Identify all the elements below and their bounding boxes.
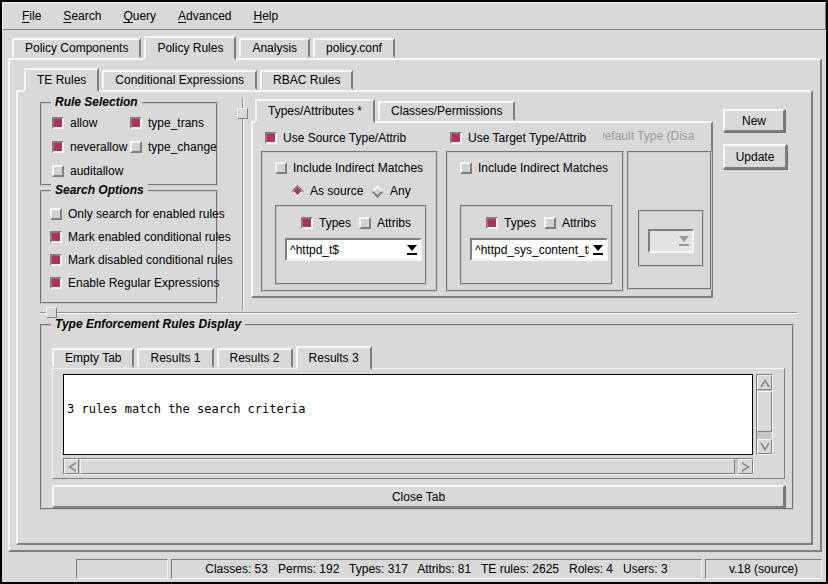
tab-types-attributes[interactable]: Types/Attributes *: [255, 99, 375, 123]
dropdown-arrow-icon: [675, 231, 692, 251]
tab-classes-permissions[interactable]: Classes/Permissions: [378, 101, 515, 121]
checkbox-indicator: [52, 165, 64, 177]
checkbox-indicator: [50, 208, 62, 220]
checkbox-label: Mark enabled conditional rules: [68, 230, 231, 244]
checkbox-indicator: [50, 277, 62, 289]
checkbox-enabled-only[interactable]: Only search for enabled rules: [50, 207, 225, 221]
tab-rbac-rules[interactable]: RBAC Rules: [260, 70, 353, 90]
checkbox-type-change[interactable]: type_change: [130, 140, 217, 154]
checkbox-source-attribs[interactable]: Attribs: [359, 216, 411, 230]
radio-any[interactable]: Any: [371, 184, 411, 198]
checkbox-indicator: [460, 162, 472, 174]
checkbox-label: allow: [70, 116, 97, 130]
checkbox-indicator: [359, 217, 371, 229]
menu-advanced[interactable]: Advanced: [169, 6, 240, 26]
results-tabs: Empty Tab Results 1 Results 2 Results 3: [52, 344, 375, 370]
update-button[interactable]: Update: [723, 144, 787, 169]
tab-policy-components[interactable]: Policy Components: [12, 38, 141, 58]
arrow-up-icon: [760, 379, 770, 387]
source-type-frame: Include Indirect Matches As source Any T…: [261, 151, 438, 292]
radio-as-source[interactable]: As source: [291, 184, 363, 198]
blank-line: [67, 442, 749, 455]
checkbox-target-indirect[interactable]: Include Indirect Matches: [460, 161, 608, 175]
scroll-up-button[interactable]: [757, 375, 772, 390]
target-type-frame: Include Indirect Matches Types Attribs ^…: [446, 151, 624, 292]
source-types-attribs-frame: Types Attribs ^httpd_t$: [275, 205, 427, 285]
checkbox-source-indirect[interactable]: Include Indirect Matches: [275, 161, 423, 175]
checkbox-label: Attribs: [377, 216, 411, 230]
checkbox-label: neverallow: [70, 140, 127, 154]
checkbox-mark-disabled[interactable]: Mark disabled conditional rules: [50, 253, 233, 267]
checkbox-label: Mark disabled conditional rules: [68, 253, 233, 267]
radio-label: As source: [310, 184, 363, 198]
checkbox-indicator: [52, 117, 64, 129]
checkbox-use-source[interactable]: Use Source Type/Attrib: [265, 131, 406, 145]
tab-conditional-expressions[interactable]: Conditional Expressions: [102, 70, 257, 90]
tab-policy-conf[interactable]: policy.conf: [313, 38, 395, 58]
checkbox-label: Attribs: [562, 216, 596, 230]
rule-selection-title: Rule Selection: [51, 95, 142, 109]
checkbox-label: type_change: [148, 140, 217, 154]
checkbox-source-types[interactable]: Types: [301, 216, 351, 230]
radio-indicator: [371, 185, 384, 198]
checkbox-indicator: [52, 141, 64, 153]
horizontal-scrollbar-thumb[interactable]: [80, 459, 735, 474]
horizontal-sash[interactable]: [40, 312, 797, 314]
te-rules-display-frame: Type Enforcement Rules Display Empty Tab…: [40, 324, 794, 510]
menu-file[interactable]: File: [13, 6, 50, 26]
scroll-down-button[interactable]: [757, 439, 772, 454]
checkbox-label: Use Target Type/Attrib: [468, 131, 586, 145]
target-type-combobox[interactable]: ^httpd_sys_content_t$: [470, 238, 608, 261]
checkbox-indicator: [301, 217, 313, 229]
checkbox-neverallow[interactable]: neverallow: [52, 140, 127, 154]
dropdown-arrow-icon[interactable]: [403, 240, 420, 259]
tab-results-2[interactable]: Results 2: [217, 348, 293, 368]
tab-te-rules[interactable]: TE Rules: [24, 68, 99, 92]
rule-selection-frame: Rule Selection allow type_trans neverall…: [40, 102, 218, 186]
menu-query[interactable]: Query: [114, 6, 165, 26]
status-policy-stats: Classes: 53 Perms: 192 Types: 317 Attrib…: [171, 559, 702, 579]
vertical-sash[interactable]: [242, 98, 244, 310]
scroll-left-button[interactable]: [64, 459, 79, 474]
default-type-inner-frame: [638, 210, 704, 267]
results-text-area[interactable]: 3 rules match the search criteria (5822)…: [63, 374, 753, 455]
checkbox-target-attribs[interactable]: Attribs: [544, 216, 596, 230]
checkbox-allow[interactable]: allow: [52, 116, 97, 130]
tab-policy-rules[interactable]: Policy Rules: [144, 36, 236, 60]
close-tab-button[interactable]: Close Tab: [52, 485, 785, 508]
tab-analysis[interactable]: Analysis: [239, 38, 310, 58]
te-rules-display-title: Type Enforcement Rules Display: [51, 317, 245, 331]
results-summary: 3 rules match the search criteria: [67, 403, 749, 416]
tab-results-1[interactable]: Results 1: [137, 348, 213, 368]
checkbox-auditallow[interactable]: auditallow: [52, 164, 123, 178]
checkbox-indicator: [275, 162, 287, 174]
results-horizontal-scrollbar[interactable]: [63, 458, 754, 475]
checkbox-enable-regex[interactable]: Enable Regular Expressions: [50, 276, 219, 290]
tab-empty[interactable]: Empty Tab: [52, 348, 134, 368]
combobox-value: [650, 240, 675, 242]
menu-search[interactable]: Search: [54, 6, 110, 26]
checkbox-use-target[interactable]: Use Target Type/Attrib: [450, 131, 586, 145]
checkbox-indicator: [130, 117, 142, 129]
checkbox-label: Types: [504, 216, 536, 230]
scroll-right-button[interactable]: [738, 459, 753, 474]
vertical-sash-grip[interactable]: [237, 108, 248, 119]
results-vertical-scrollbar[interactable]: [756, 374, 773, 455]
tab-results-3[interactable]: Results 3: [296, 346, 372, 370]
arrow-right-icon: [742, 462, 750, 472]
checkbox-mark-enabled[interactable]: Mark enabled conditional rules: [50, 230, 231, 244]
main-tabs: Policy Components Policy Rules Analysis …: [12, 36, 398, 60]
checkbox-target-types[interactable]: Types: [486, 216, 536, 230]
new-button[interactable]: New: [723, 109, 785, 132]
source-type-combobox[interactable]: ^httpd_t$: [285, 238, 422, 261]
checkbox-label: Include Indirect Matches: [478, 161, 608, 175]
apol-window: File Search Query Advanced Help Policy C…: [0, 0, 828, 584]
vertical-scrollbar-thumb[interactable]: [757, 391, 772, 432]
dropdown-arrow-icon[interactable]: [589, 240, 606, 259]
checkbox-indicator: [486, 217, 498, 229]
status-policy-version: v.18 (source): [705, 559, 822, 579]
horizontal-sash-grip[interactable]: [46, 307, 57, 318]
checkbox-indicator: [50, 231, 62, 243]
checkbox-type-trans[interactable]: type_trans: [130, 116, 204, 130]
menu-help[interactable]: Help: [244, 6, 287, 26]
